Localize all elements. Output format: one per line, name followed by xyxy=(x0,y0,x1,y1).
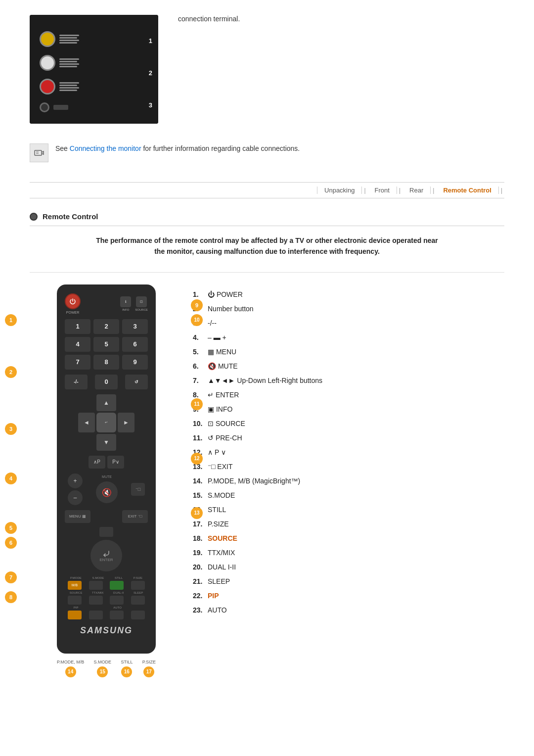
feature-item-9: 9. ▣ INFO xyxy=(193,404,504,415)
num-btn-3[interactable]: 3 xyxy=(122,319,148,334)
dual-button[interactable] xyxy=(110,596,124,605)
bottom-label-pmode: P.MODE, M/B 14 xyxy=(57,660,84,677)
feature-item-19: 19. TTX/MIX xyxy=(193,548,504,558)
remote-body: POWER ℹ INFO ⊡ SOURCE xyxy=(57,284,156,654)
func-labels-row3: PIPAUTO xyxy=(65,606,148,609)
auto-button[interactable] xyxy=(110,611,124,619)
bottom-label-psize: P.SIZE 17 xyxy=(142,660,156,677)
remote-image-container: 1 2 3 4 5 6 xyxy=(30,284,178,677)
func-btns-row1: M/B xyxy=(65,581,148,590)
top-note-text: connection terminal. xyxy=(178,15,240,23)
feature-item-15: 15. S.MODE xyxy=(193,490,504,501)
smode-label-text: S.MODE xyxy=(94,660,112,664)
feature-item-17: 17. P.SIZE xyxy=(193,519,504,529)
dpad-down[interactable]: ▼ xyxy=(96,434,116,451)
note-text-content: See Connecting the monitor for further i… xyxy=(55,143,300,154)
num-btn-2[interactable]: 2 xyxy=(93,319,119,334)
connector-num-2: 2 xyxy=(149,69,152,77)
dpad-center-enter[interactable]: ↵ xyxy=(96,413,116,432)
p-up-btn[interactable]: ∧P xyxy=(89,456,105,469)
zero-row: -/- 0 ↺ xyxy=(65,375,148,389)
psize-label-text: P.SIZE xyxy=(142,660,156,664)
still-label-text: STILL xyxy=(121,660,133,664)
exit-button[interactable]: EXIT ⁻□ xyxy=(122,510,148,523)
p-row: ∧P P∨ xyxy=(65,456,148,469)
nav-item-rear[interactable]: Rear xyxy=(402,187,431,194)
warning-text: The performance of the remote control ma… xyxy=(30,235,504,257)
callout-5: 5 xyxy=(5,522,17,534)
section-dot-icon xyxy=(30,213,38,221)
source2-button[interactable] xyxy=(68,596,82,605)
nav-item-remote-control[interactable]: Remote Control xyxy=(436,187,499,194)
feature-item-13: 13. ⁻□ EXIT xyxy=(193,462,504,472)
func-btns-row3 xyxy=(65,611,148,619)
vol-up-btn[interactable]: + xyxy=(68,473,83,488)
section-divider xyxy=(30,226,504,226)
exit-mini-btn[interactable]: ⁻□ xyxy=(131,483,145,496)
dpad-left[interactable]: ◄ xyxy=(78,413,95,432)
callout-15: 15 xyxy=(97,666,108,677)
func-labels-row2: SOURCETTX/MIXDUAL-IISLEEP xyxy=(65,591,148,594)
empty1-button xyxy=(89,611,103,619)
smode-button[interactable] xyxy=(89,581,103,590)
func-labels-row: P.MODES.MODESTILLP.SIZE xyxy=(65,576,148,579)
num-btn-6[interactable]: 6 xyxy=(122,337,148,352)
feature-item-7: 7. ▲▼◄► Up-Down Left-Right buttons xyxy=(193,376,504,386)
callout-8: 8 xyxy=(5,591,17,603)
sleep-button[interactable] xyxy=(131,596,145,605)
dpad-right[interactable]: ► xyxy=(118,413,134,432)
connecting-monitor-link[interactable]: Connecting the monitor xyxy=(70,144,141,152)
mb-button[interactable]: M/B xyxy=(68,581,82,590)
psize-button[interactable] xyxy=(131,581,145,590)
remote-area: 1 2 3 4 5 6 xyxy=(30,284,504,677)
callout-10: 10 xyxy=(191,314,203,326)
ttxmix-button[interactable] xyxy=(89,596,103,605)
func-btns-row2 xyxy=(65,596,148,605)
vol-mute-row: + – MUTE 🔇 ⁻□ xyxy=(65,473,148,505)
feature-item-4: 4. – ▬ + xyxy=(193,332,504,343)
feature-item-10: 10. ⊡ SOURCE xyxy=(193,419,504,429)
pmode-label-text: P.MODE, M/B xyxy=(57,660,84,664)
nav-sep-3: | xyxy=(431,187,436,194)
feature-item-16: 16. STILL xyxy=(193,505,504,515)
dpad-up[interactable]: ▲ xyxy=(96,394,116,411)
bottom-labels-row: P.MODE, M/B 14 S.MODE 15 STILL 16 P.SIZE… xyxy=(57,660,156,677)
feature-item-1: 1. ⏻ POWER xyxy=(193,289,504,300)
callout-11: 11 xyxy=(191,398,203,410)
feature-item-6: 6. 🔇 MUTE xyxy=(193,361,504,372)
bottom-label-smode: S.MODE 15 xyxy=(94,660,112,677)
small-icon-btn[interactable] xyxy=(99,527,113,537)
power-button[interactable] xyxy=(65,293,81,309)
vol-down-btn[interactable]: – xyxy=(68,490,83,505)
enter-button[interactable]: ENTER xyxy=(90,540,122,571)
num-btn-1[interactable]: 1 xyxy=(65,319,90,334)
feature-item-23: 23. AUTO xyxy=(193,605,504,615)
source-button[interactable]: ⊡ xyxy=(136,296,147,307)
nav-item-front[interactable]: Front xyxy=(368,187,397,194)
mute-button[interactable]: 🔇 xyxy=(96,481,118,503)
num-btn-7[interactable]: 7 xyxy=(65,355,90,370)
nav-sep-1: | xyxy=(362,187,367,194)
pip-button[interactable] xyxy=(68,611,82,619)
info-button[interactable]: ℹ xyxy=(120,296,131,307)
num-btn-8[interactable]: 8 xyxy=(93,355,119,370)
still-button[interactable] xyxy=(110,581,124,590)
nav-sep-2: | xyxy=(397,187,402,194)
prechbutton[interactable]: ↺ xyxy=(125,375,148,389)
callout-9: 9 xyxy=(191,299,203,311)
num-btn-4[interactable]: 4 xyxy=(65,337,90,352)
num-btn-9[interactable]: 9 xyxy=(122,355,148,370)
dash-button[interactable]: -/- xyxy=(65,375,88,389)
num-btn-5[interactable]: 5 xyxy=(93,337,119,352)
mute-area: MUTE 🔇 xyxy=(96,475,118,503)
p-down-btn[interactable]: P∨ xyxy=(107,456,124,469)
callout-13: 13 xyxy=(191,507,203,519)
enter-btn-area: ENTER xyxy=(65,540,148,571)
feature-item-8: 8. ↵ ENTER xyxy=(193,390,504,400)
connector-num-1: 1 xyxy=(149,37,152,45)
menu-button[interactable]: MENU ▦ xyxy=(65,510,90,523)
top-section: 1 2 3 connection terminal. xyxy=(30,15,504,124)
num-btn-0[interactable]: 0 xyxy=(95,375,118,389)
bottom-label-still: STILL 16 xyxy=(121,660,133,677)
nav-item-unpacking[interactable]: Unpacking xyxy=(317,187,362,194)
